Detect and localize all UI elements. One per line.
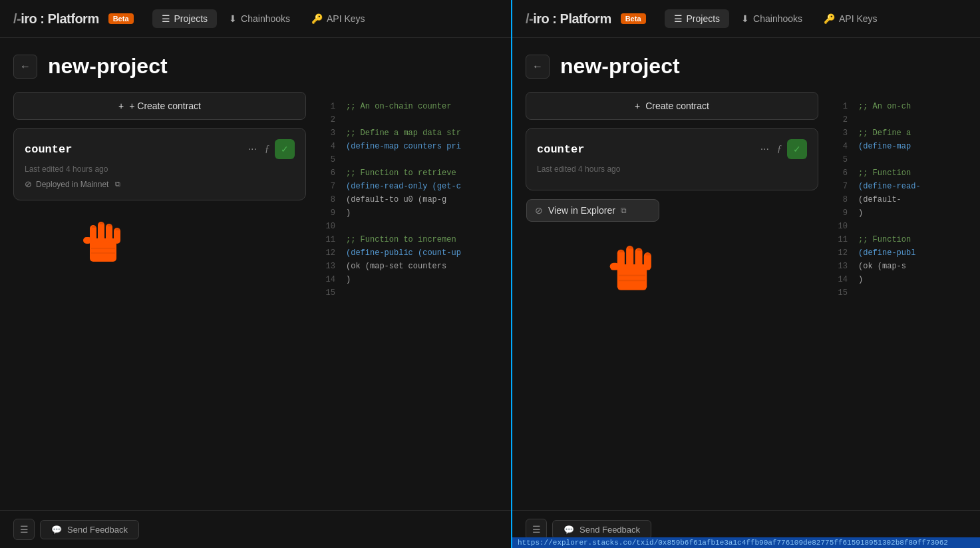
right-panel: /-iro : Platform Beta ☰ Projects ⬇ Chain… <box>512 0 980 548</box>
right-beta-badge: Beta <box>621 13 646 24</box>
code-line-3: 3 ;; Define a map data str <box>319 127 511 140</box>
right-feedback-button[interactable]: 💬 Send Feedback <box>552 520 651 539</box>
right-func-icon[interactable]: ƒ <box>777 144 782 154</box>
right-plus-icon: + <box>635 101 640 111</box>
deployed-icon: ⊘ <box>25 179 32 189</box>
right-nav: ☰ Projects ⬇ Chainhooks 🔑 API Keys <box>665 9 887 28</box>
code-line-6: 6 ;; Function to retrieve <box>319 166 511 180</box>
feedback-icon: 💬 <box>51 525 62 535</box>
code-line-14: 14 ) <box>319 273 511 286</box>
left-create-contract-button[interactable]: + + Create contract <box>13 92 306 120</box>
svg-rect-20 <box>637 249 642 251</box>
left-main-content: + + Create contract counter ··· ƒ ✓ Last… <box>0 92 511 510</box>
projects-icon: ☰ <box>162 13 170 24</box>
left-func-icon[interactable]: ƒ <box>265 144 269 154</box>
right-check-button[interactable]: ✓ <box>787 139 807 159</box>
right-nav-projects[interactable]: ☰ Projects <box>665 9 730 28</box>
right-project-title: new-project <box>560 54 680 79</box>
left-project-header: ← new-project <box>0 38 511 92</box>
right-contract-meta: Last edited 4 hours ago <box>537 164 807 174</box>
check-icon: ✓ <box>281 144 289 154</box>
code-line-9: 9 ) <box>319 206 511 220</box>
right-chainhooks-icon: ⬇ <box>741 13 749 24</box>
status-bar: https://explorer.stacks.co/txid/0x859b6f… <box>512 537 980 548</box>
left-hand-cursor <box>80 215 126 278</box>
code-line-12: 12 (define-public (count-up <box>319 246 511 260</box>
nav-api-keys[interactable]: 🔑 API Keys <box>302 9 375 28</box>
right-api-keys-icon: 🔑 <box>824 13 835 24</box>
right-contract-name: counter <box>537 143 584 156</box>
svg-rect-2 <box>98 222 104 243</box>
code-line-7: 7 (define-read-only (get-c <box>319 180 511 193</box>
left-cursor-area <box>13 208 306 288</box>
right-contract-card-header: counter ··· ƒ ✓ <box>537 139 807 159</box>
left-check-button[interactable]: ✓ <box>275 139 295 159</box>
code-line-13: 13 (ok (map-set counters <box>319 260 511 273</box>
right-project-header: ← new-project <box>512 38 980 92</box>
svg-rect-14 <box>626 246 633 270</box>
svg-rect-6 <box>92 226 96 228</box>
api-keys-icon: 🔑 <box>311 13 323 24</box>
right-cursor-area <box>526 225 818 332</box>
left-contract-card[interactable]: counter ··· ƒ ✓ Last edited 4 hours ago … <box>13 128 306 200</box>
right-code-lines: 1 ;; An on-ch 2 3 ;; Define a 4 (define-… <box>832 100 980 300</box>
right-contract-card[interactable]: counter ··· ƒ ✓ Last edited 4 hours ago … <box>526 128 818 190</box>
svg-rect-9 <box>116 228 120 230</box>
code-line-1: 1 ;; An on-chain counter <box>319 100 511 113</box>
right-dots-button[interactable]: ··· <box>758 142 772 156</box>
right-create-contract-button[interactable]: + Create contract <box>526 92 818 120</box>
left-nav: ☰ Projects ⬇ Chainhooks 🔑 API Keys <box>152 9 375 28</box>
left-contract-sidebar: + + Create contract counter ··· ƒ ✓ Last… <box>0 92 319 510</box>
code-line-2: 2 <box>319 113 511 127</box>
right-menu-icon: ☰ <box>532 524 541 535</box>
left-contract-card-header: counter ··· ƒ ✓ <box>25 139 295 159</box>
left-footer-left: ☰ 💬 Send Feedback <box>13 519 139 540</box>
left-contract-name: counter <box>25 143 72 156</box>
left-footer-menu-button[interactable]: ☰ <box>13 519 35 540</box>
tooltip-deployed-icon: ⊘ <box>535 205 543 216</box>
nav-chainhooks[interactable]: ⬇ Chainhooks <box>220 9 299 28</box>
right-nav-chainhooks[interactable]: ⬇ Chainhooks <box>732 9 812 28</box>
right-contract-sidebar: + Create contract counter ··· ƒ ✓ Last e… <box>512 92 832 510</box>
left-panel: /-iro : Platform Beta ☰ Projects ⬇ Chain… <box>0 0 512 548</box>
left-back-button[interactable]: ← <box>13 55 37 79</box>
right-contract-actions: ··· ƒ ✓ <box>758 139 807 159</box>
left-code-area: 1 ;; An on-chain counter 2 3 ;; Define a… <box>319 92 511 510</box>
right-code-area: 1 ;; An on-ch 2 3 ;; Define a 4 (define-… <box>832 92 980 510</box>
right-back-button[interactable]: ← <box>526 55 550 79</box>
view-in-explorer-label: View in Explorer <box>548 205 615 216</box>
left-logo: /-iro : Platform <box>13 11 99 27</box>
left-contract-status: ⊘ Deployed in Mainnet ⧉ <box>25 179 295 189</box>
code-line-4: 4 (define-map counters pri <box>319 140 511 153</box>
left-external-link-icon[interactable]: ⧉ <box>115 180 120 188</box>
left-feedback-button[interactable]: 💬 Send Feedback <box>40 520 139 539</box>
left-code-lines: 1 ;; An on-chain counter 2 3 ;; Define a… <box>319 100 511 300</box>
left-footer: ☰ 💬 Send Feedback <box>0 510 511 548</box>
right-logo: /-iro : Platform <box>526 11 611 27</box>
plus-icon: + <box>118 101 124 111</box>
left-header: /-iro : Platform Beta ☰ Projects ⬇ Chain… <box>0 0 511 38</box>
svg-rect-19 <box>628 246 633 248</box>
chainhooks-icon: ⬇ <box>229 13 237 24</box>
svg-rect-15 <box>635 248 642 269</box>
left-dots-button[interactable]: ··· <box>245 142 259 156</box>
right-feedback-icon: 💬 <box>564 525 574 535</box>
right-main-content: + Create contract counter ··· ƒ ✓ Last e… <box>512 92 980 510</box>
menu-icon: ☰ <box>20 524 29 535</box>
code-line-5: 5 <box>319 153 511 166</box>
code-line-15: 15 <box>319 286 511 300</box>
left-beta-badge: Beta <box>108 13 134 24</box>
svg-rect-3 <box>106 224 112 243</box>
svg-rect-5 <box>83 237 92 244</box>
svg-rect-18 <box>619 250 624 252</box>
status-bar-url: https://explorer.stacks.co/txid/0x859b6f… <box>518 539 948 547</box>
view-in-explorer-tooltip[interactable]: ⊘ View in Explorer ⧉ <box>526 199 659 222</box>
nav-projects[interactable]: ☰ Projects <box>152 9 218 28</box>
svg-rect-17 <box>610 263 619 270</box>
code-line-10: 10 <box>319 220 511 233</box>
right-nav-api-keys[interactable]: 🔑 API Keys <box>814 9 887 28</box>
right-hand-cursor <box>605 238 659 308</box>
tooltip-external-icon: ⧉ <box>621 206 627 215</box>
right-check-icon: ✓ <box>793 144 801 154</box>
left-project-title: new-project <box>48 54 168 79</box>
